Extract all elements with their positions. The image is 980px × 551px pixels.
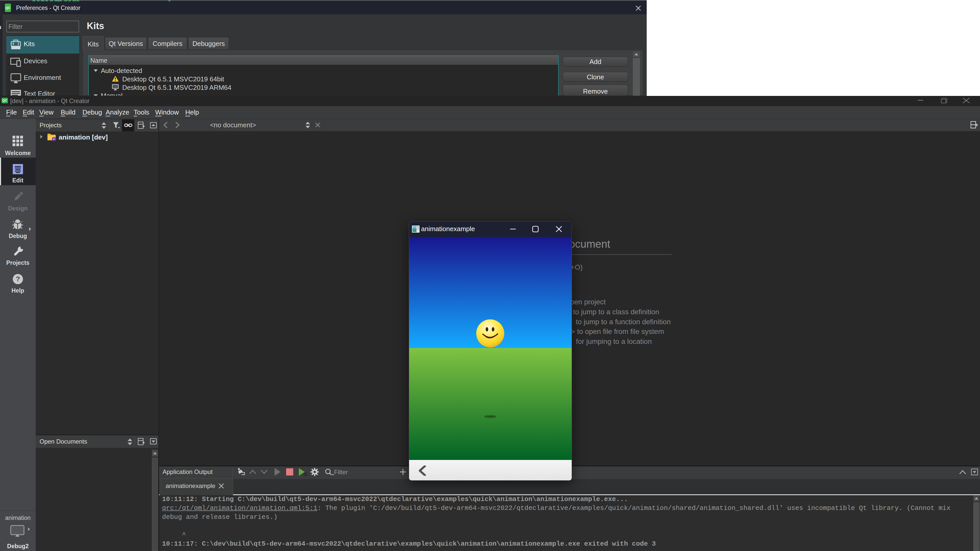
svg-text:?: ? (16, 275, 20, 283)
